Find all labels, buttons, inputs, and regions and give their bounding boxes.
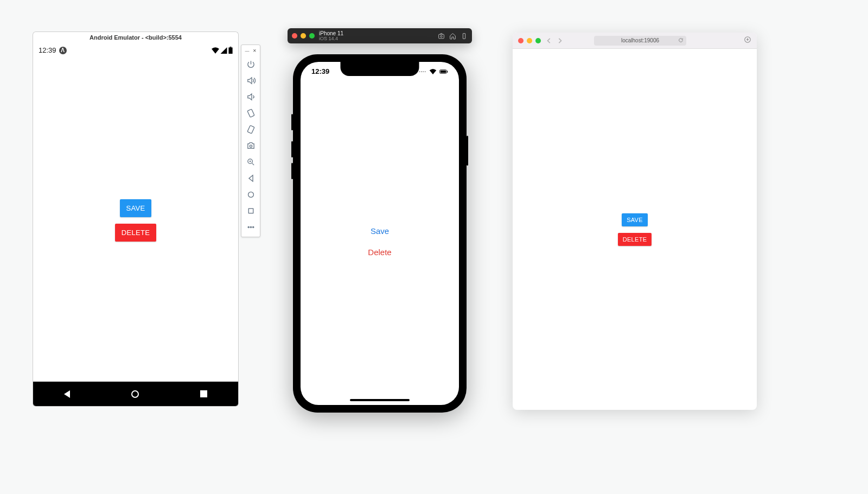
power-icon[interactable] xyxy=(244,57,258,71)
rotate-right-icon[interactable] xyxy=(244,122,258,136)
android-app-content: SAVE DELETE xyxy=(33,59,238,382)
save-button[interactable]: Save xyxy=(367,226,392,236)
save-button[interactable]: SAVE xyxy=(622,213,648,226)
android-title: Android Emulator - <build>:5554 xyxy=(33,31,239,43)
iphone-frame: 12:39 •••• Save Delete xyxy=(293,54,467,413)
minimize-icon[interactable]: — xyxy=(245,48,250,53)
android-statusbar: 12:39 Λ xyxy=(33,43,238,54)
ios-app-content: Save Delete xyxy=(301,78,459,405)
minimize-window-icon[interactable] xyxy=(527,38,532,43)
svg-rect-3 xyxy=(247,125,254,133)
rotate-left-icon[interactable] xyxy=(244,106,258,120)
svg-rect-7 xyxy=(248,208,253,213)
forward-icon[interactable] xyxy=(557,38,563,43)
more-icon[interactable] xyxy=(244,220,258,234)
svg-point-4 xyxy=(250,145,252,147)
svg-point-9 xyxy=(250,226,251,227)
ios-titlebar[interactable]: iPhone 11 iOS 14.4 xyxy=(288,28,472,43)
back-button-icon[interactable] xyxy=(244,171,258,185)
safari-window: localhost:19006 SAVE DELETE xyxy=(513,33,757,410)
signal-dots-icon: •••• xyxy=(419,69,426,73)
svg-rect-13 xyxy=(463,33,465,39)
downloads-icon[interactable] xyxy=(744,36,751,43)
safari-toolbar: localhost:19006 xyxy=(513,33,757,49)
web-app-content: SAVE DELETE xyxy=(513,49,757,410)
window-traffic-lights[interactable] xyxy=(518,38,541,43)
delete-button[interactable]: DELETE xyxy=(618,233,652,246)
close-window-icon[interactable] xyxy=(518,38,524,43)
camera-icon[interactable] xyxy=(244,138,258,153)
ios-os-version: iOS 14.4 xyxy=(319,36,343,42)
android-time: 12:39 xyxy=(39,46,56,54)
battery-icon xyxy=(228,47,233,54)
wifi-icon xyxy=(212,47,219,54)
window-traffic-lights[interactable] xyxy=(292,33,315,39)
signal-icon xyxy=(220,47,227,54)
minimize-window-icon[interactable] xyxy=(301,33,306,39)
delete-button[interactable]: Delete xyxy=(365,247,394,257)
ios-device-name: iPhone 11 xyxy=(319,30,343,36)
rotate-icon[interactable] xyxy=(461,33,468,40)
svg-rect-1 xyxy=(230,47,232,47)
svg-point-10 xyxy=(252,226,253,227)
volume-down-icon[interactable] xyxy=(244,90,258,104)
maximize-window-icon[interactable] xyxy=(309,33,315,39)
delete-button[interactable]: DELETE xyxy=(115,224,156,242)
notch xyxy=(341,62,419,76)
home-button-icon[interactable] xyxy=(244,187,258,201)
maximize-window-icon[interactable] xyxy=(535,38,541,43)
url-text: localhost:19006 xyxy=(621,37,659,43)
svg-point-8 xyxy=(248,226,249,227)
close-icon[interactable]: ✕ xyxy=(253,48,257,53)
home-icon[interactable] xyxy=(449,33,456,40)
svg-rect-2 xyxy=(247,109,254,117)
svg-rect-15 xyxy=(441,70,446,73)
expo-icon: Λ xyxy=(59,47,67,54)
overview-button-icon[interactable] xyxy=(244,204,258,218)
battery-icon xyxy=(439,69,448,74)
android-navbar xyxy=(33,382,238,406)
ios-simulator: iPhone 11 iOS 14.4 12:39 •••• Save Delet… xyxy=(288,28,472,413)
recents-icon[interactable] xyxy=(200,390,207,397)
svg-rect-0 xyxy=(228,47,232,54)
save-button[interactable]: SAVE xyxy=(120,199,152,217)
svg-rect-11 xyxy=(439,34,444,39)
back-icon[interactable] xyxy=(546,38,552,43)
reload-icon[interactable] xyxy=(678,37,684,44)
android-device: 12:39 Λ SAVE DELETE xyxy=(33,43,239,407)
home-icon[interactable] xyxy=(131,390,139,398)
ios-title: iPhone 11 iOS 14.4 xyxy=(319,30,343,42)
android-emulator: Android Emulator - <build>:5554 12:39 Λ … xyxy=(33,31,239,407)
ios-time: 12:39 xyxy=(311,67,329,75)
url-bar[interactable]: localhost:19006 xyxy=(594,36,686,46)
zoom-icon[interactable] xyxy=(244,155,258,169)
iphone-screen: 12:39 •••• Save Delete xyxy=(301,62,459,405)
emulator-toolbar: — ✕ xyxy=(241,45,260,237)
svg-point-6 xyxy=(248,192,253,197)
close-window-icon[interactable] xyxy=(292,33,297,39)
home-indicator[interactable] xyxy=(350,399,410,401)
back-icon[interactable] xyxy=(64,390,70,398)
svg-point-12 xyxy=(441,35,442,37)
svg-rect-16 xyxy=(447,71,448,72)
screenshot-icon[interactable] xyxy=(438,33,445,40)
volume-up-icon[interactable] xyxy=(244,73,258,87)
wifi-icon xyxy=(429,69,437,74)
